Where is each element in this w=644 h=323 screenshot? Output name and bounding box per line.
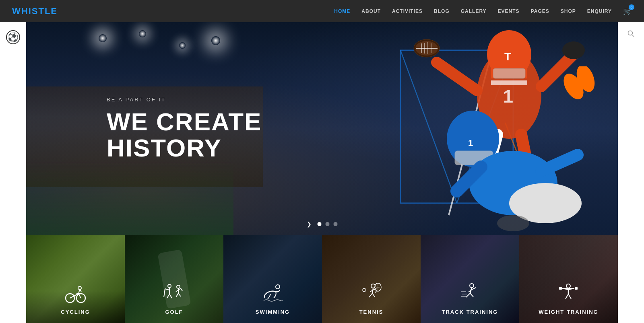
svg-line-72 [470, 293, 473, 297]
sport-card-weight[interactable]: WEIGHT TRAINING [519, 235, 618, 323]
sport-card-golf[interactable]: GOLF [125, 235, 223, 323]
hero-subtitle: BE A PART OF IT [107, 97, 262, 103]
players-area: T 1 1 [336, 22, 618, 235]
cart-button[interactable]: 🛒 0 [623, 7, 632, 16]
cycling-label: CYCLING [61, 309, 90, 315]
main-content: T 1 1 [26, 22, 618, 323]
slider-controls: ❯ [307, 221, 338, 227]
header: WHiSTLE HOME ABOUT ACTIVITIES BLOG GALLE… [0, 0, 644, 22]
track-icon [459, 283, 481, 305]
svg-line-47 [169, 294, 172, 298]
sport-card-cycling[interactable]: CYCLING [26, 235, 125, 323]
weight-icon [557, 283, 580, 305]
svg-line-48 [165, 289, 169, 290]
nav-item-about[interactable]: ABOUT [361, 8, 381, 14]
swimming-label: SWIMMING [256, 309, 290, 315]
svg-line-39 [78, 290, 80, 294]
sport-card-track[interactable]: TRACK TRAINING [421, 235, 519, 323]
svg-point-50 [177, 285, 180, 288]
svg-line-43 [80, 290, 81, 292]
hero-text: BE A PART OF IT WE CREATE HISTORY [26, 97, 262, 161]
svg-text:T: T [504, 50, 511, 63]
search-icon[interactable] [627, 30, 635, 39]
golf-content: GOLF [125, 235, 223, 323]
left-sidebar: ⚽ [0, 22, 26, 323]
tennis-label: TENNIS [359, 309, 384, 315]
slider-dot-2[interactable] [326, 222, 330, 226]
svg-line-52 [176, 293, 178, 297]
slider-dot-3[interactable] [334, 222, 338, 226]
svg-line-80 [566, 294, 568, 299]
golf-label: GOLF [165, 309, 183, 315]
svg-line-49 [164, 289, 165, 297]
swimming-icon [262, 283, 284, 305]
cycling-icon [64, 283, 87, 305]
svg-point-0 [628, 31, 633, 35]
svg-point-69 [470, 284, 474, 288]
hero-title-line1: WE CREATE [107, 109, 262, 135]
logo-text: WHiSTLE [12, 6, 58, 16]
svg-line-60 [369, 293, 372, 297]
nav-item-pages[interactable]: PAGES [531, 8, 549, 14]
sports-grid: CYCLING [26, 235, 618, 323]
svg-point-38 [78, 286, 81, 290]
main-nav: HOME ABOUT ACTIVITIES BLOG GALLERY EVENT… [334, 7, 632, 16]
nav-item-enquiry[interactable]: ENQUIRY [587, 8, 612, 14]
svg-point-68 [363, 288, 366, 292]
weight-content: WEIGHT TRAINING [519, 235, 618, 323]
logo[interactable]: WHiSTLE [12, 6, 58, 16]
svg-line-32 [541, 155, 578, 171]
track-content: TRACK TRAINING [421, 235, 519, 323]
stadium-light-2 [139, 30, 146, 37]
nav-item-activities[interactable]: ACTIVITIES [392, 8, 423, 14]
tennis-icon [360, 283, 382, 305]
nav-item-home[interactable]: HOME [334, 8, 350, 14]
svg-point-35 [497, 215, 529, 231]
cart-badge: 0 [629, 4, 634, 10]
nav-item-events[interactable]: EVENTS [498, 8, 520, 14]
svg-text:1: 1 [468, 138, 473, 148]
hero-section: T 1 1 [26, 22, 618, 235]
sport-card-swimming[interactable]: SWIMMING [223, 235, 322, 323]
stadium-light-1 [99, 34, 107, 42]
svg-line-1 [632, 35, 634, 37]
slider-arrow[interactable]: ❯ [307, 221, 312, 227]
sidebar-ball-icon[interactable]: ⚽ [6, 30, 20, 44]
track-label: TRACK TRAINING [442, 309, 498, 315]
svg-rect-87 [575, 287, 578, 290]
hero-title: WE CREATE HISTORY [107, 109, 262, 161]
svg-point-57 [276, 285, 280, 289]
hero-title-line2: HISTORY [107, 135, 262, 161]
right-sidebar [618, 22, 644, 323]
nav-item-shop[interactable]: SHOP [561, 8, 576, 14]
stadium-light-4 [211, 36, 220, 45]
svg-point-78 [566, 284, 570, 288]
weight-label: WEIGHT TRAINING [539, 309, 598, 315]
tennis-content: TENNIS [322, 235, 421, 323]
sport-card-tennis[interactable]: TENNIS [322, 235, 421, 323]
nav-item-blog[interactable]: BLOG [434, 8, 450, 14]
golf-icon [163, 283, 185, 305]
cycling-content: CYCLING [26, 235, 125, 323]
svg-point-44 [168, 284, 171, 288]
svg-line-65 [376, 291, 376, 293]
swimming-content: SWIMMING [223, 235, 322, 323]
slider-dot-1[interactable] [318, 222, 322, 226]
stadium-light-3 [179, 42, 186, 49]
svg-line-61 [372, 293, 375, 297]
svg-line-55 [181, 288, 182, 291]
svg-line-53 [178, 293, 181, 296]
nav-item-gallery[interactable]: GALLERY [461, 8, 487, 14]
svg-line-81 [568, 294, 571, 299]
svg-point-21 [562, 41, 585, 59]
svg-rect-84 [559, 287, 562, 290]
field-area [26, 163, 233, 235]
svg-line-46 [167, 294, 169, 298]
